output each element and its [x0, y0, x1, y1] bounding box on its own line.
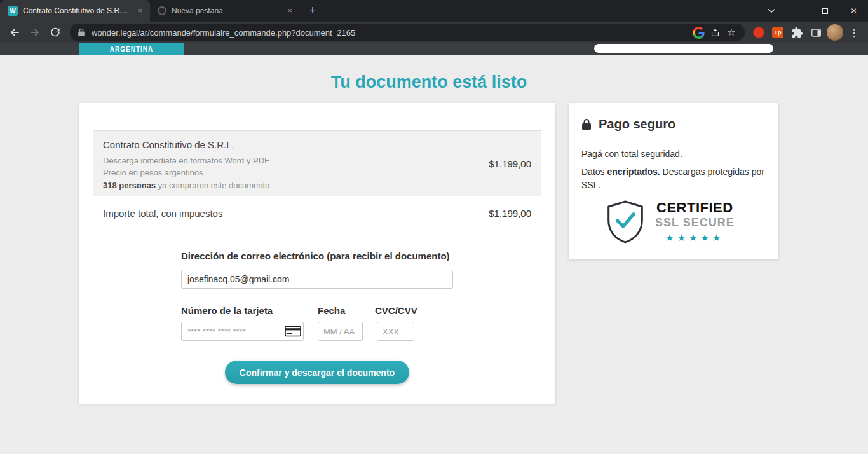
product-name: Contrato Constitutivo de S.R.L.: [103, 139, 531, 150]
secure-line1: Pagá con total seguridad.: [581, 149, 682, 159]
secure-title-row: Pago seguro: [581, 117, 675, 132]
product-meta-line1: Descarga inmediata en formatos Word y PD…: [103, 155, 531, 167]
ssl-badge: CERTIFIED SSL SECURE ★★★★★: [606, 200, 735, 244]
tab-title: Nueva pestaña: [172, 6, 281, 15]
tp-badge: Tp: [772, 27, 783, 38]
total-price: $1.199,00: [489, 208, 531, 219]
tab-nueva-pestana[interactable]: Nueva pestaña ×: [150, 0, 300, 22]
confirm-download-button[interactable]: Confirmar y descargar el documento: [225, 361, 409, 384]
buyers-rest: ya compraron este documento: [158, 181, 270, 190]
minimize-button[interactable]: [782, 0, 811, 22]
tab-strip: W Contrato Constitutivo de S.R.L. - × Nu…: [0, 0, 868, 22]
secure-line2: Datos encriptados. Descargas protegidas …: [581, 165, 768, 192]
share-icon[interactable]: [707, 24, 723, 41]
order-summary-total: Importe total, con impuestos $1.199,00: [93, 196, 541, 230]
secure-payment-panel: Pago seguro Pagá con total seguridad. Da…: [569, 103, 778, 259]
minimize-icon: [794, 11, 800, 11]
browser-window: W Contrato Constitutivo de S.R.L. - × Nu…: [0, 0, 868, 454]
page-title: Tu documento está listo: [0, 72, 858, 92]
expiry-date-input[interactable]: [318, 322, 363, 341]
forward-button[interactable]: [25, 24, 44, 41]
back-button[interactable]: [5, 24, 24, 41]
total-label: Importe total, con impuestos: [103, 208, 222, 219]
five-stars-icon: ★★★★★: [655, 232, 735, 244]
secure-line2-pre: Datos: [581, 167, 605, 177]
close-window-button[interactable]: ✕: [839, 0, 868, 22]
date-label: Fecha: [318, 305, 345, 316]
tp-extension-icon[interactable]: Tp: [769, 24, 787, 41]
card-number-label: Número de la tarjeta: [181, 305, 273, 316]
menu-dots-icon[interactable]: ⋮: [845, 24, 863, 41]
red-circle-icon: [753, 27, 764, 38]
wonder-legal-favicon: W: [8, 6, 18, 16]
reload-button[interactable]: [46, 24, 65, 41]
tab-title: Contrato Constitutivo de S.R.L. -: [23, 6, 131, 15]
tab-close-icon[interactable]: ×: [285, 6, 295, 16]
side-panel-icon[interactable]: [807, 24, 825, 41]
lock-icon: [581, 118, 592, 131]
page-viewport: ARGENTINA Tu documento está listo Contra…: [0, 43, 868, 454]
secure-title: Pago seguro: [599, 117, 675, 132]
tab-contrato[interactable]: W Contrato Constitutivo de S.R.L. - ×: [0, 0, 150, 22]
cvc-input[interactable]: [377, 322, 414, 341]
site-header: ARGENTINA: [0, 43, 868, 55]
url-text[interactable]: wonder.legal/ar/commande/formulaire_comm…: [92, 28, 690, 38]
order-summary-product: Contrato Constitutivo de S.R.L. Descarga…: [93, 131, 541, 196]
window-controls: ✕: [761, 0, 868, 22]
product-price: $1.199,00: [489, 158, 531, 169]
profile-avatar[interactable]: [826, 24, 844, 41]
ssl-badge-text: CERTIFIED SSL SECURE ★★★★★: [655, 200, 735, 244]
certified-label: CERTIFIED: [655, 200, 735, 216]
bookmark-star-icon[interactable]: ☆: [723, 24, 740, 41]
browser-toolbar: wonder.legal/ar/commande/formulaire_comm…: [0, 22, 868, 43]
country-tab-argentina[interactable]: ARGENTINA: [79, 43, 184, 55]
credit-card-icon: [285, 326, 301, 337]
new-tab-button[interactable]: +: [304, 2, 322, 20]
maximize-button[interactable]: [811, 0, 839, 22]
lock-icon[interactable]: [78, 28, 85, 37]
extensions-puzzle-icon[interactable]: [788, 24, 806, 41]
checkout-card: Contrato Constitutivo de S.R.L. Descarga…: [79, 103, 555, 404]
tab-close-icon[interactable]: ×: [135, 6, 145, 16]
new-tab-favicon: [158, 6, 166, 15]
order-summary: Contrato Constitutivo de S.R.L. Descarga…: [93, 130, 541, 230]
adblocker-extension-icon[interactable]: [750, 24, 768, 41]
tab-search-chevron-icon[interactable]: [761, 0, 782, 22]
buyers-line: 318 personas ya compraron este documento: [103, 179, 531, 191]
ssl-secure-label: SSL SECURE: [655, 216, 735, 230]
email-label: Dirección de correo electrónico (para re…: [181, 251, 450, 261]
product-meta-line2: Precio en pesos argentinos: [103, 167, 531, 179]
maximize-icon: [822, 8, 828, 14]
shield-check-icon: [606, 200, 645, 244]
cvc-label: CVC/CVV: [375, 305, 417, 316]
email-input[interactable]: [181, 270, 453, 289]
google-icon[interactable]: [690, 24, 707, 41]
buyers-count: 318 personas: [103, 181, 156, 190]
avatar: [827, 24, 843, 41]
secure-line2-bold: encriptados.: [607, 167, 660, 177]
site-search-input[interactable]: [594, 44, 773, 53]
address-bar[interactable]: wonder.legal/ar/commande/formulaire_comm…: [70, 24, 745, 41]
